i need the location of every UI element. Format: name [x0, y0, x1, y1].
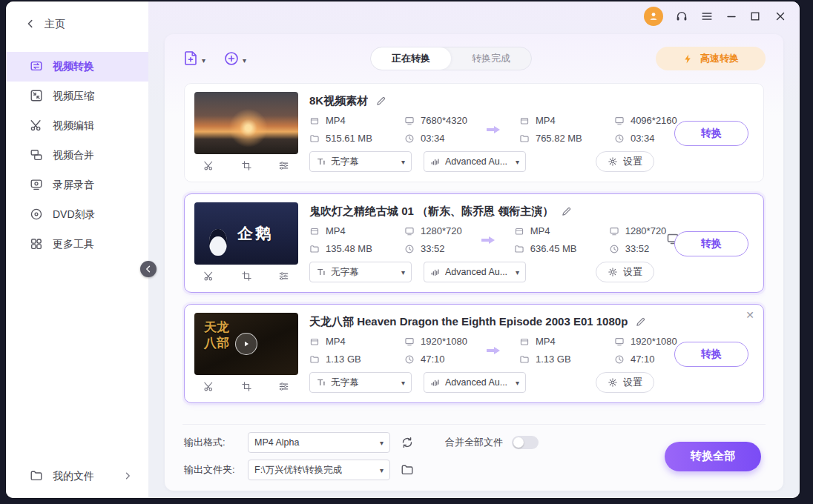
my-files-button[interactable]: 我的文件 [6, 455, 148, 498]
sidebar-item-more-tools[interactable]: 更多工具 [6, 230, 148, 259]
file-icon [519, 336, 530, 347]
lightning-icon [682, 53, 694, 64]
settings-button[interactable]: 设置 [596, 372, 654, 393]
chevron-right-icon [123, 471, 132, 483]
effects-icon[interactable] [278, 271, 289, 282]
subtitle-select[interactable]: 无字幕 ▾ [309, 151, 412, 172]
home-back-button[interactable]: 主页 [6, 1, 148, 47]
sidebar-item-video-edit[interactable]: 视频编辑 [6, 111, 148, 141]
crop-icon[interactable] [241, 381, 252, 392]
duration-icon [609, 244, 619, 254]
output-format-select[interactable]: MP4 Alpha ▾ [248, 432, 390, 453]
format-settings-icon[interactable] [401, 436, 414, 449]
source-format: MP4 [326, 225, 346, 236]
audio-value: Advanced Au... [445, 377, 511, 388]
source-duration: 47:10 [421, 354, 445, 365]
convert-button[interactable]: 转换 [674, 121, 748, 146]
sidebar-item-label: DVD刻录 [53, 208, 96, 222]
video-convert-icon [30, 59, 43, 75]
source-info: MP4 1920*1080 1.13 GB 47:10 [309, 336, 467, 365]
thumbnail-column [194, 92, 298, 175]
subtitle-icon [316, 156, 326, 167]
source-resolution: 1920*1080 [421, 336, 467, 347]
convert-button[interactable]: 转换 [674, 231, 748, 256]
output-format-value: MP4 Alpha [254, 437, 375, 448]
menu-icon[interactable] [700, 10, 714, 23]
task-details: 鬼吹灯之精绝古城 01 （靳东、陈乔恩 领衔主演） MP4 1280*720 1… [309, 202, 662, 285]
app-window: 主页 视频转换 视频压缩 视频编辑 视频合并 [6, 1, 800, 498]
target-duration: 47:10 [631, 354, 655, 365]
source-size: 135.48 MB [326, 243, 372, 254]
task-details: 天龙八部 Heaven Dragon the Eighth Episode 20… [309, 313, 662, 396]
audio-wave-icon [430, 156, 441, 167]
sidebar-item-screen-record[interactable]: 录屏录音 [6, 170, 148, 200]
effects-icon[interactable] [278, 381, 289, 392]
support-headset-icon[interactable] [675, 10, 688, 23]
add-device-button[interactable]: ▾ [223, 50, 246, 67]
settings-button[interactable]: 设置 [596, 262, 654, 282]
crop-icon[interactable] [241, 160, 252, 171]
add-file-button[interactable]: ▾ [182, 50, 205, 67]
open-folder-icon[interactable] [401, 463, 414, 477]
close-button[interactable] [774, 10, 786, 22]
audio-select[interactable]: Advanced Au... ▾ [424, 151, 526, 172]
output-format-label: 输出格式: [184, 436, 248, 449]
duration-icon [614, 354, 625, 365]
source-format: MP4 [326, 336, 346, 347]
task-title: 8K视频素材 [309, 94, 368, 108]
target-format: MP4 [536, 336, 556, 347]
target-resolution: 1920*1080 [631, 336, 677, 347]
play-button[interactable] [235, 333, 257, 355]
audio-select[interactable]: Advanced Au... ▾ [424, 372, 526, 393]
settings-label: 设置 [623, 376, 642, 389]
resolution-icon [404, 116, 415, 126]
source-info: MP4 1280*720 135.48 MB 33:52 [309, 225, 462, 254]
more-tools-icon [30, 237, 43, 253]
subtitle-select[interactable]: 无字幕 ▾ [309, 372, 412, 393]
audio-select[interactable]: Advanced Au... ▾ [424, 262, 526, 282]
minimize-button[interactable] [725, 10, 737, 22]
high-speed-toggle[interactable]: 高速转换 [656, 47, 766, 70]
subtitle-select[interactable]: 无字幕 ▾ [309, 262, 412, 282]
file-icon [309, 336, 320, 347]
output-footer: 输出格式: MP4 Alpha ▾ 合并全部文件 输出文件夹: [182, 424, 766, 483]
sidebar-item-video-merge[interactable]: 视频合并 [6, 141, 148, 170]
maximize-button[interactable] [749, 10, 761, 22]
sidebar-item-video-compress[interactable]: 视频压缩 [6, 82, 148, 111]
chevron-down-icon: ▾ [516, 379, 519, 387]
sidebar-collapse-handle[interactable] [140, 261, 157, 277]
task-card: 企鹅 鬼吹灯之精绝古城 01 （靳东、陈乔恩 领衔主演） [184, 193, 764, 293]
trim-icon[interactable] [203, 160, 214, 171]
sidebar-nav: 视频转换 视频压缩 视频编辑 视频合并 录屏录音 [6, 52, 148, 259]
trim-icon[interactable] [203, 381, 214, 392]
settings-button[interactable]: 设置 [596, 151, 654, 172]
merge-toggle[interactable] [512, 436, 539, 449]
sidebar-item-dvd-burn[interactable]: DVD刻录 [6, 200, 148, 230]
video-merge-icon [30, 148, 43, 164]
tab-completed[interactable]: 转换完成 [451, 47, 531, 70]
rename-icon[interactable] [635, 316, 646, 328]
video-thumbnail [194, 92, 298, 154]
titlebar [148, 1, 800, 31]
user-avatar[interactable] [644, 7, 663, 26]
task-title: 鬼吹灯之精绝古城 01 （靳东、陈乔恩 领衔主演） [309, 205, 553, 219]
crop-icon[interactable] [241, 271, 252, 282]
sidebar-item-video-convert[interactable]: 视频转换 [6, 52, 148, 82]
tab-converting[interactable]: 正在转换 [371, 47, 451, 70]
output-folder-select[interactable]: F:\万兴优转\转换完成 ▾ [248, 460, 390, 480]
convert-button[interactable]: 转换 [674, 342, 748, 367]
source-size: 515.61 MB [326, 133, 372, 144]
remove-task-icon[interactable]: ✕ [745, 310, 754, 320]
video-compress-icon [30, 89, 43, 105]
subtitle-icon [316, 267, 326, 277]
settings-label: 设置 [623, 265, 642, 279]
target-resolution: 4096*2160 [631, 115, 677, 126]
trim-icon[interactable] [203, 271, 214, 282]
rename-icon[interactable] [561, 206, 572, 217]
rename-icon[interactable] [375, 96, 386, 107]
chevron-down-icon: ▾ [380, 466, 384, 474]
resolution-icon [609, 226, 619, 236]
effects-icon[interactable] [278, 160, 289, 171]
convert-all-button[interactable]: 转换全部 [665, 442, 761, 471]
add-group: ▾ ▾ [182, 50, 246, 67]
